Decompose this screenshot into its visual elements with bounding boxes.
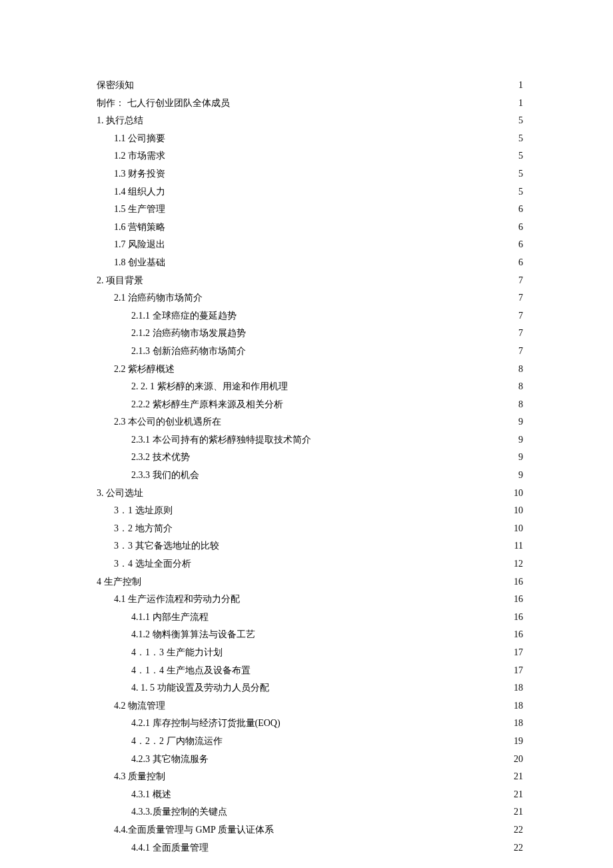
toc-leader-dots <box>230 97 518 106</box>
toc-entry[interactable]: 2.2 紫杉醇概述 8 <box>97 361 523 379</box>
toc-entry[interactable]: 1.4 组织人力 5 <box>97 183 523 201</box>
toc-entry[interactable]: 2.3.1 本公司持有的紫杉醇独特提取技术简介 9 <box>97 431 523 449</box>
toc-entry[interactable]: 保密须知1 <box>97 77 523 95</box>
toc-leader-dots <box>246 327 518 336</box>
toc-entry[interactable]: 4.4.全面质量管理与 GMP 质量认证体系22 <box>97 821 523 839</box>
toc-entry[interactable]: 3．2 地方简介 10 <box>97 520 523 538</box>
toc-entry[interactable]: 4 生产控制 16 <box>97 573 523 591</box>
toc-entry[interactable]: 4.4.1 全面质量管理 22 <box>97 839 523 857</box>
toc-page-number: 20 <box>512 751 523 769</box>
toc-page-number: 9 <box>517 467 523 485</box>
toc-page-number: 1 <box>517 77 523 95</box>
toc-entry[interactable]: 2.1.2 治癌药物市场发展趋势 7 <box>97 325 523 343</box>
toc-entry[interactable]: 2.1.1 全球癌症的蔓延趋势 7 <box>97 307 523 325</box>
toc-label: 2.1.2 治癌药物市场发展趋势 <box>131 325 246 343</box>
toc-label: 2.3.3 我们的机会 <box>131 467 199 485</box>
toc-entry[interactable]: 1.5 生产管理 6 <box>97 201 523 219</box>
toc-entry[interactable]: 4.1.2 物料衡算算法与设备工艺 16 <box>97 626 523 644</box>
toc-entry[interactable]: 3．4 选址全面分析 12 <box>97 555 523 573</box>
toc-page-number: 7 <box>517 272 523 290</box>
toc-label: 2. 2. 1 紫杉醇的来源、用途和作用机理 <box>131 378 288 396</box>
toc-leader-dots <box>281 717 512 726</box>
toc-entry[interactable]: 4.2.3 其它物流服务 20 <box>97 751 523 769</box>
toc-page-number: 8 <box>517 378 523 396</box>
toc-entry[interactable]: 4.3.3.质量控制的关键点 21 <box>97 803 523 821</box>
toc-entry[interactable]: 2.1.3 创新治癌药物市场简介 7 <box>97 343 523 361</box>
toc-entry[interactable]: 2.3 本公司的创业机遇所在 9 <box>97 413 523 431</box>
toc-page-number: 5 <box>517 183 523 201</box>
toc-entry[interactable]: 4.2.1 库存控制与经济订货批量(EOQ) 18 <box>97 715 523 733</box>
toc-page-number: 5 <box>517 147 523 165</box>
toc-label: 1.5 生产管理 <box>114 201 165 219</box>
toc-entry[interactable]: 1. 执行总结5 <box>97 112 523 130</box>
toc-page-number: 21 <box>512 786 523 804</box>
toc-leader-dots <box>227 805 513 815</box>
toc-entry[interactable]: 3．3 其它备选地址的比较 11 <box>97 537 523 555</box>
toc-leader-dots <box>219 539 513 549</box>
toc-entry[interactable]: 3. 公司选址10 <box>97 485 523 503</box>
toc-label: 2.1.1 全球癌症的蔓延趋势 <box>131 307 237 325</box>
toc-label: 4.4.全面质量管理与 GMP 质量认证体系 <box>114 821 274 839</box>
toc-label: 4.1 生产运作流程和劳动力分配 <box>114 591 240 609</box>
toc-page-number: 16 <box>512 573 523 591</box>
table-of-contents: 保密须知1制作： 七人行创业团队全体成员11. 执行总结51.1 公司摘要 51… <box>97 77 523 857</box>
toc-page-number: 22 <box>512 839 523 857</box>
toc-entry[interactable]: 4.3 质量控制 21 <box>97 768 523 786</box>
toc-page-number: 6 <box>517 219 523 237</box>
toc-entry[interactable]: 4.1.1 内部生产流程 16 <box>97 609 523 627</box>
toc-label: 1. 执行总结 <box>97 112 143 130</box>
toc-entry[interactable]: 2.2.2 紫杉醇生产原料来源及相关分析 8 <box>97 396 523 414</box>
toc-page-number: 18 <box>512 697 523 715</box>
toc-page-number: 18 <box>512 715 523 733</box>
toc-entry[interactable]: 1.7 风险退出 6 <box>97 236 523 254</box>
toc-leader-dots <box>255 628 513 637</box>
toc-entry[interactable]: 4．1．4 生产地点及设备布置 17 <box>97 662 523 680</box>
toc-page-number: 5 <box>517 112 523 130</box>
toc-entry[interactable]: 3．1 选址原则 10 <box>97 502 523 520</box>
toc-page-number: 6 <box>517 236 523 254</box>
toc-leader-dots <box>283 398 518 407</box>
toc-page-number: 12 <box>512 555 523 573</box>
toc-entry[interactable]: 4.1 生产运作流程和劳动力分配 16 <box>97 591 523 609</box>
toc-leader-dots <box>165 238 517 247</box>
toc-page-number: 16 <box>512 626 523 644</box>
toc-entry[interactable]: 4.3.1 概述 21 <box>97 786 523 804</box>
toc-entry[interactable]: 1.1 公司摘要 5 <box>97 130 523 148</box>
toc-entry[interactable]: 1.8 创业基础 6 <box>97 254 523 272</box>
toc-leader-dots <box>143 114 517 123</box>
toc-entry[interactable]: 4. 1. 5 功能设置及劳动力人员分配 18 <box>97 679 523 697</box>
toc-page-number: 17 <box>512 662 523 680</box>
toc-page-number: 5 <box>517 165 523 183</box>
toc-leader-dots <box>173 504 513 513</box>
toc-entry[interactable]: 制作： 七人行创业团队全体成员1 <box>97 95 523 113</box>
toc-leader-dots <box>209 841 513 851</box>
toc-label: 4．1．3 生产能力计划 <box>131 644 223 662</box>
toc-entry[interactable]: 2.3.3 我们的机会 9 <box>97 467 523 485</box>
toc-entry[interactable]: 4．1．3 生产能力计划 17 <box>97 644 523 662</box>
toc-entry[interactable]: 1.6 营销策略 6 <box>97 219 523 237</box>
toc-entry[interactable]: 4.2 物流管理 18 <box>97 697 523 715</box>
toc-leader-dots <box>165 203 517 212</box>
toc-entry[interactable]: 1.3 财务投资 5 <box>97 165 523 183</box>
toc-page-number: 10 <box>512 502 523 520</box>
toc-label: 4．2．2 厂内物流运作 <box>131 733 223 751</box>
toc-label: 3．1 选址原则 <box>114 502 173 520</box>
toc-label: 保密须知 <box>97 77 134 95</box>
toc-entry[interactable]: 2.1 治癌药物市场简介 7 <box>97 289 523 307</box>
toc-page-number: 19 <box>512 733 523 751</box>
toc-leader-dots <box>221 415 517 425</box>
toc-label: 2.2.2 紫杉醇生产原料来源及相关分析 <box>131 396 283 414</box>
toc-entry[interactable]: 2. 项目背景7 <box>97 272 523 290</box>
toc-page-number: 9 <box>517 413 523 431</box>
toc-leader-dots <box>199 469 518 478</box>
toc-page-number: 8 <box>517 396 523 414</box>
toc-label: 2.1 治癌药物市场简介 <box>114 289 203 307</box>
toc-leader-dots <box>251 664 513 673</box>
toc-page-number: 7 <box>517 325 523 343</box>
toc-label: 4.1.1 内部生产流程 <box>131 609 209 627</box>
toc-entry[interactable]: 4．2．2 厂内物流运作 19 <box>97 733 523 751</box>
toc-entry[interactable]: 2.3.2 技术优势 9 <box>97 449 523 467</box>
toc-entry[interactable]: 1.2 市场需求 5 <box>97 147 523 165</box>
toc-leader-dots <box>223 646 513 655</box>
toc-entry[interactable]: 2. 2. 1 紫杉醇的来源、用途和作用机理 8 <box>97 378 523 396</box>
